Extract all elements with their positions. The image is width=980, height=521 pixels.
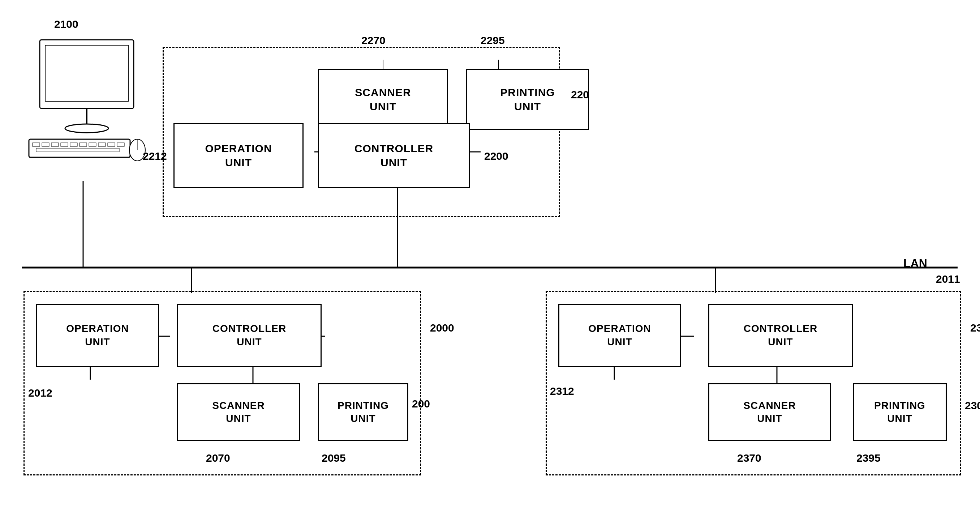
top-scanner-unit: SCANNER UNIT (318, 69, 448, 130)
left-controller-unit: CONTROLLER UNIT (177, 304, 321, 367)
left-printing-id: 2095 (321, 452, 346, 464)
computer-label: 2100 (54, 18, 78, 30)
right-scanner-id: 2370 (737, 452, 761, 464)
top-operation-id: 2212 (143, 150, 167, 163)
left-printing-unit: PRINTING UNIT (318, 383, 408, 441)
lan-label: LAN (904, 257, 927, 270)
left-operation-id: 2012 (28, 387, 52, 399)
top-operation-unit: OPERATION UNIT (173, 123, 304, 188)
right-printing-id: 2395 (856, 452, 881, 464)
left-operation-unit: OPERATION UNIT (36, 304, 159, 367)
right-scanner-unit: SCANNER UNIT (708, 383, 831, 441)
lan-id: 2011 (936, 273, 960, 285)
top-printing-unit: PRINTING UNIT (466, 69, 589, 130)
right-printing-unit: PRINTING UNIT (853, 383, 947, 441)
top-controller-id: 2200 (484, 150, 508, 163)
right-device-id: 2300 (970, 322, 980, 334)
right-operation-id: 2312 (550, 385, 574, 397)
left-scanner-id: 2070 (206, 452, 230, 464)
left-controller-id: 200 (412, 398, 430, 410)
left-scanner-unit: SCANNER UNIT (177, 383, 300, 441)
svg-rect-24 (45, 45, 128, 101)
right-operation-unit: OPERATION UNIT (558, 304, 681, 367)
right-controller-id: 230 (965, 400, 980, 412)
top-printing-id: 2295 (480, 34, 505, 47)
right-controller-unit: CONTROLLER UNIT (708, 304, 853, 367)
left-device-id: 2000 (430, 322, 454, 334)
computer-icon (22, 33, 152, 181)
top-scanner-id: 2270 (361, 34, 385, 47)
top-controller-unit: CONTROLLER UNIT (318, 123, 470, 188)
top-device-id: 220 (571, 89, 589, 101)
svg-point-26 (65, 124, 108, 133)
